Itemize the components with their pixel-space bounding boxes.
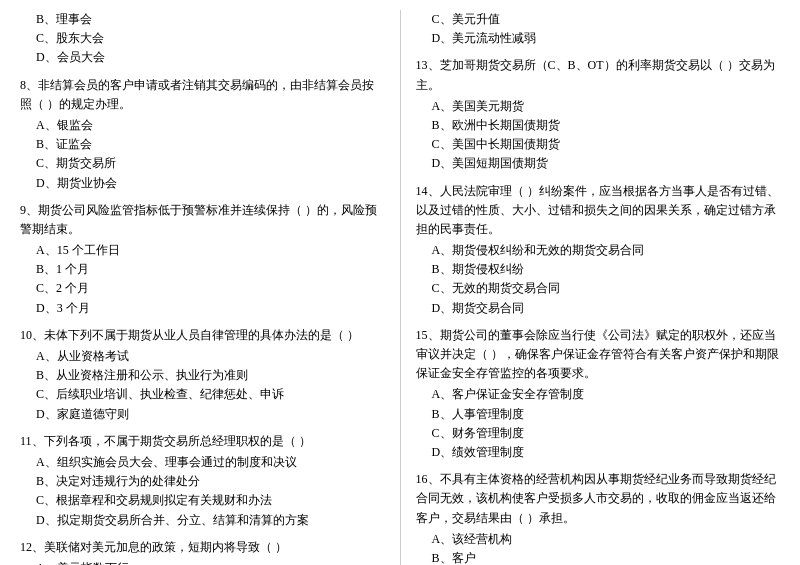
q9-option-c: C、2 个月	[20, 279, 385, 298]
q11-option-a: A、组织实施会员大会、理事会通过的制度和决议	[20, 453, 385, 472]
q14-option-a: A、期货侵权纠纷和无效的期货交易合同	[416, 241, 781, 260]
question-15-text: 15、期货公司的董事会除应当行使《公司法》赋定的职权外，还应当审议并决定（ ），…	[416, 326, 781, 384]
question-12-block: 12、美联储对美元加息的政策，短期内将导致（ ） A、美元指数下行 B、美元贬值	[20, 538, 385, 565]
q16-option-b: B、客户	[416, 549, 781, 565]
q8-option-d: D、期货业协会	[20, 174, 385, 193]
question-11-text: 11、下列各项，不属于期货交易所总经理职权的是（ ）	[20, 432, 385, 451]
question-16-block: 16、不具有主体资格的经营机构因从事期货经纪业务而导致期货经纪合同无效，该机构使…	[416, 470, 781, 565]
q16-option-a: A、该经营机构	[416, 530, 781, 549]
q9-option-b: B、1 个月	[20, 260, 385, 279]
question-9-block: 9、期货公司风险监管指标低于预警标准并连续保持（ ）的，风险预警期结束。 A、1…	[20, 201, 385, 318]
q10-option-d: D、家庭道德守则	[20, 405, 385, 424]
continuation-block: B、理事会 C、股东大会 D、会员大会	[20, 10, 385, 68]
q12-option-c: C、美元升值	[416, 10, 781, 29]
question-10-text: 10、未体下列不属于期货从业人员自律管理的具体办法的是（ ）	[20, 326, 385, 345]
q15-option-c: C、财务管理制度	[416, 424, 781, 443]
question-11-block: 11、下列各项，不属于期货交易所总经理职权的是（ ） A、组织实施会员大会、理事…	[20, 432, 385, 530]
q14-option-c: C、无效的期货交易合同	[416, 279, 781, 298]
option-c-shareholders: C、股东大会	[20, 29, 385, 48]
question-10-block: 10、未体下列不属于期货从业人员自律管理的具体办法的是（ ） A、从业资格考试 …	[20, 326, 385, 424]
q8-option-a: A、银监会	[20, 116, 385, 135]
q11-option-d: D、拟定期货交易所合并、分立、结算和清算的方案	[20, 511, 385, 530]
q10-option-a: A、从业资格考试	[20, 347, 385, 366]
q13-option-a: A、美国美元期货	[416, 97, 781, 116]
question-13-block: 13、芝加哥期货交易所（C、B、OT）的利率期货交易以（ ）交易为主。 A、美国…	[416, 56, 781, 173]
question-14-block: 14、人民法院审理（ ）纠纷案件，应当根据各方当事人是否有过错、以及过错的性质、…	[416, 182, 781, 318]
question-14-text: 14、人民法院审理（ ）纠纷案件，应当根据各方当事人是否有过错、以及过错的性质、…	[416, 182, 781, 240]
q13-option-c: C、美国中长期国债期货	[416, 135, 781, 154]
q12-option-d: D、美元流动性减弱	[416, 29, 781, 48]
q8-option-c: C、期货交易所	[20, 154, 385, 173]
q12-continuation-block: C、美元升值 D、美元流动性减弱	[416, 10, 781, 48]
option-b-director: B、理事会	[20, 10, 385, 29]
question-13-text: 13、芝加哥期货交易所（C、B、OT）的利率期货交易以（ ）交易为主。	[416, 56, 781, 94]
question-15-block: 15、期货公司的董事会除应当行使《公司法》赋定的职权外，还应当审议并决定（ ），…	[416, 326, 781, 462]
right-column: C、美元升值 D、美元流动性减弱 13、芝加哥期货交易所（C、B、OT）的利率期…	[401, 10, 781, 565]
q14-option-d: D、期货交易合同	[416, 299, 781, 318]
question-12-text: 12、美联储对美元加息的政策，短期内将导致（ ）	[20, 538, 385, 557]
left-column: B、理事会 C、股东大会 D、会员大会 8、非结算会员的客户申请或者注销其交易编…	[20, 10, 401, 565]
question-8-block: 8、非结算会员的客户申请或者注销其交易编码的，由非结算会员按照（ ）的规定办理。…	[20, 76, 385, 193]
question-9-text: 9、期货公司风险监管指标低于预警标准并连续保持（ ）的，风险预警期结束。	[20, 201, 385, 239]
q15-option-d: D、绩效管理制度	[416, 443, 781, 462]
page-container: B、理事会 C、股东大会 D、会员大会 8、非结算会员的客户申请或者注销其交易编…	[20, 10, 780, 565]
q12-option-a: A、美元指数下行	[20, 559, 385, 565]
q8-option-b: B、证监会	[20, 135, 385, 154]
q11-option-b: B、决定对违规行为的处律处分	[20, 472, 385, 491]
q15-option-b: B、人事管理制度	[416, 405, 781, 424]
q14-option-b: B、期货侵权纠纷	[416, 260, 781, 279]
q10-option-c: C、后续职业培训、执业检查、纪律惩处、申诉	[20, 385, 385, 404]
q10-option-b: B、从业资格注册和公示、执业行为准则	[20, 366, 385, 385]
question-16-text: 16、不具有主体资格的经营机构因从事期货经纪业务而导致期货经纪合同无效，该机构使…	[416, 470, 781, 528]
question-8-text: 8、非结算会员的客户申请或者注销其交易编码的，由非结算会员按照（ ）的规定办理。	[20, 76, 385, 114]
q15-option-a: A、客户保证金安全存管制度	[416, 385, 781, 404]
q13-option-d: D、美国短期国债期货	[416, 154, 781, 173]
q13-option-b: B、欧洲中长期国债期货	[416, 116, 781, 135]
q11-option-c: C、根据章程和交易规则拟定有关规财和办法	[20, 491, 385, 510]
q9-option-d: D、3 个月	[20, 299, 385, 318]
option-d-members: D、会员大会	[20, 48, 385, 67]
q9-option-a: A、15 个工作日	[20, 241, 385, 260]
